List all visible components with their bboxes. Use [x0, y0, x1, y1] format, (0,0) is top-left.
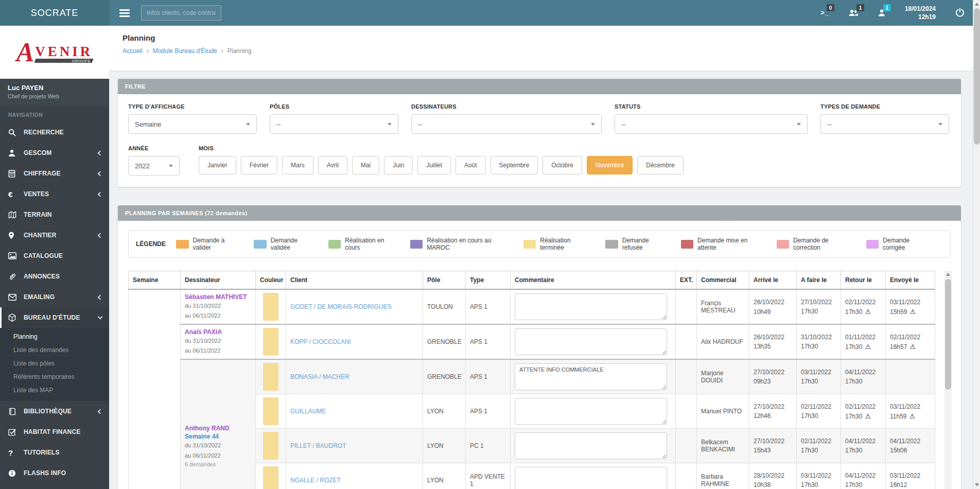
submenu-item-liste-map[interactable]: Liste des MAP	[0, 383, 109, 397]
sidebar-item-bureau-etude[interactable]: BUREAU D'ÉTUDE	[0, 307, 109, 328]
breadcrumb-accueil[interactable]: Accueil	[122, 47, 143, 55]
warning-icon: ⚠	[865, 412, 871, 420]
submenu-item-referents[interactable]: Référents temporaires	[0, 370, 109, 383]
month-button-aout[interactable]: Août	[456, 156, 486, 174]
ext-cell	[676, 359, 697, 394]
page-scrollbar-thumb[interactable]	[974, 8, 980, 145]
month-button-janvier[interactable]: Janvier	[199, 156, 236, 174]
sidebar-item-recherche[interactable]: RECHERCHE	[0, 122, 109, 143]
semaine-link[interactable]: Semaine 44	[185, 433, 251, 440]
chevron-down-icon	[98, 314, 103, 319]
month-button-mars[interactable]: Mars	[282, 156, 313, 174]
sidebar-item-chantier[interactable]: CHANTIER	[0, 225, 109, 246]
sidebar-item-emailing[interactable]: EMAILING	[0, 287, 109, 307]
types-demande-select[interactable]: --	[820, 114, 949, 134]
caret-down-icon	[246, 123, 250, 126]
user-icon[interactable]: 1	[878, 9, 885, 17]
sidebar-item-catalogue[interactable]: CATALOGUE	[0, 246, 109, 266]
status-color-swatch	[263, 328, 278, 356]
semaine-cell	[129, 289, 181, 489]
ext-cell	[676, 463, 697, 489]
check-square-icon	[8, 428, 24, 436]
client-link[interactable]: PILLET / BAUDROT	[290, 442, 346, 449]
user-info: Luc PAYEN Chef de projets Web	[0, 79, 109, 106]
sidebar-item-bibliotheque[interactable]: BIBLIOTHÈQUE	[0, 401, 109, 422]
poles-select[interactable]: --	[270, 114, 398, 134]
page-scrollbar[interactable]	[973, 0, 980, 489]
month-button-mai[interactable]: Mai	[352, 156, 379, 174]
commentaire-textarea[interactable]	[515, 328, 667, 355]
legend-swatch	[681, 240, 694, 249]
month-button-decembre[interactable]: Décembre	[637, 156, 683, 174]
client-link[interactable]: KOPP / CIOCCOLANI	[290, 338, 351, 345]
month-button-septembre[interactable]: Septembre	[491, 156, 538, 174]
afaire-cell: 02/11/202217h30	[797, 429, 841, 463]
table-scrollbar[interactable]	[944, 271, 952, 489]
envoye-cell: 02/11/202216h57⚠	[886, 324, 935, 359]
submenu-item-liste-poles[interactable]: Liste des pôles	[0, 357, 109, 370]
sidebar-item-tutoriels[interactable]: ? TUTORIELS	[0, 442, 109, 463]
filter-poles: PÔLES --	[270, 103, 398, 134]
client-link[interactable]: NGALLE / ROZET	[290, 477, 341, 484]
caret-down-icon	[591, 123, 595, 126]
submenu-item-liste-demandes[interactable]: Liste des demandes	[0, 343, 109, 357]
sidebar-item-chiffrage[interactable]: CHIFFRAGE	[0, 163, 109, 184]
breadcrumb-module-bureau-etude[interactable]: Module Bureau d'Étude	[153, 47, 217, 55]
terminal-icon[interactable]: >_ 0	[820, 9, 829, 17]
table-header-row: Semaine Dessinateur Couleur Client Pôle …	[129, 271, 935, 290]
sidebar-item-flashs-info[interactable]: FLASHS INFO	[0, 463, 109, 483]
map-icon	[8, 211, 24, 219]
type-affichage-select[interactable]: Semaine	[128, 114, 257, 134]
month-button-juin[interactable]: Juin	[384, 156, 413, 174]
commentaire-cell	[511, 463, 676, 489]
chevron-left-icon	[98, 409, 103, 414]
table-scrollbar-thumb[interactable]	[945, 279, 951, 390]
sidebar-item-terrain[interactable]: TERRAIN	[0, 204, 109, 225]
dessinateurs-select[interactable]: --	[411, 114, 602, 134]
legend-swatch	[328, 240, 341, 249]
warning-icon: ⚠	[909, 412, 915, 420]
warning-icon: ⚠	[909, 308, 916, 316]
month-button-avril[interactable]: Avril	[318, 156, 347, 174]
legend-item: Demande refusée	[605, 237, 668, 251]
retour-cell: 02/11/202217h30⚠	[841, 289, 886, 324]
annee-select[interactable]: 2022	[128, 156, 180, 176]
client-link[interactable]: BONASIA / MACHER	[290, 373, 349, 380]
sidebar-item-ventes[interactable]: € VENTES	[0, 184, 109, 204]
hamburger-menu-icon[interactable]	[119, 8, 130, 19]
client-link[interactable]: GUILLAUME	[290, 408, 326, 415]
month-button-fevrier[interactable]: Février	[241, 156, 277, 174]
group-badge: 1	[856, 4, 864, 11]
client-cell: GODET / DE MORAIS-RODRIGUES	[286, 289, 423, 324]
client-link[interactable]: GODET / DE MORAIS-RODRIGUES	[290, 303, 391, 310]
legend-item: Réalisation en cours	[328, 237, 398, 251]
month-button-octobre[interactable]: Octobre	[542, 156, 582, 174]
submenu-item-planning[interactable]: Planning	[0, 330, 109, 343]
sidebar-item-habitat-finance[interactable]: HABITAT FINANCE	[0, 422, 109, 442]
commentaire-textarea[interactable]	[515, 432, 667, 459]
commentaire-textarea[interactable]	[515, 398, 667, 425]
legend-item: Réalisation en cours au MAROC	[410, 237, 511, 251]
scroll-up-arrow-icon[interactable]	[975, 3, 979, 6]
breadcrumb-separator: ›	[147, 47, 149, 55]
content-header: Planning Accueil › Module Bureau d'Étude…	[109, 26, 973, 71]
month-button-juillet[interactable]: Juillet	[417, 156, 451, 174]
pole-cell: GRENOBLE	[423, 324, 466, 359]
table-row: Anaïs PAXIA du 31/10/2022 au 06/11/2022 …	[129, 324, 935, 359]
statuts-select[interactable]: --	[615, 114, 808, 134]
scroll-up-arrow-icon[interactable]	[946, 273, 950, 276]
sidebar-item-annonces[interactable]: ANNONCES	[0, 266, 109, 287]
commercial-cell: Alix HADROUF	[697, 324, 749, 359]
commentaire-textarea[interactable]: ATTENTE INFO COMMERCIALE	[515, 363, 667, 390]
commentaire-textarea[interactable]	[515, 293, 667, 320]
scroll-down-arrow-icon[interactable]	[975, 483, 979, 486]
power-logout-icon[interactable]	[955, 8, 965, 19]
sidebar-item-boite-a-outils[interactable]: BOITE A OUTILS	[0, 483, 109, 489]
month-button-novembre-selected[interactable]: Novembre	[587, 156, 633, 174]
users-group-icon[interactable]: 1	[848, 9, 859, 17]
ext-cell	[676, 394, 697, 429]
commentaire-textarea[interactable]	[515, 467, 667, 489]
search-input[interactable]	[141, 5, 221, 21]
planning-panel: PLANNING PAR SEMAINES (72 demandes) LÉGE…	[118, 205, 961, 489]
sidebar-item-gescom[interactable]: GESCOM	[0, 143, 109, 163]
